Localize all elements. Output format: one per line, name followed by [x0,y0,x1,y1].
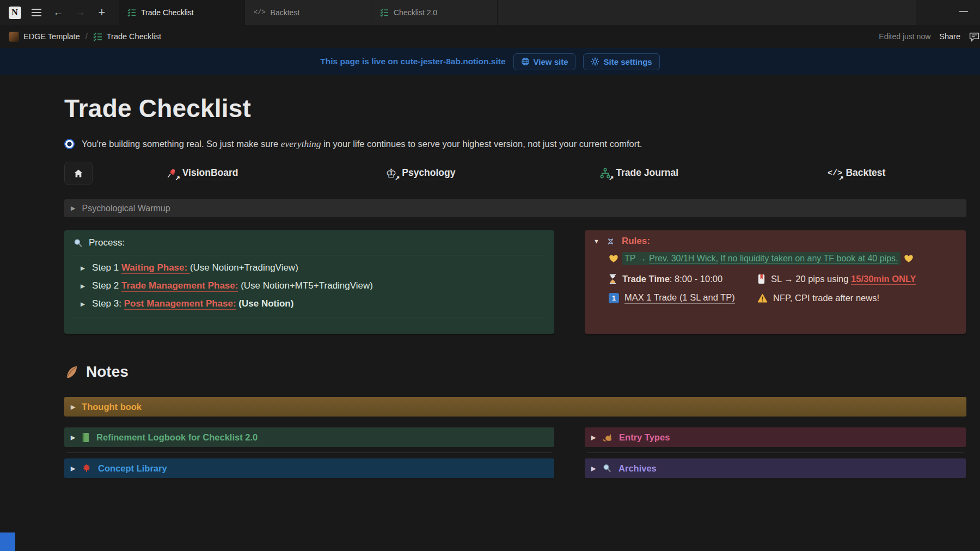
rule-sl: SL → 20 pips using 15/30min ONLY [757,274,957,284]
toggle-triangle-icon: ▶ [591,434,596,440]
sidebar-menu-button[interactable] [29,5,44,20]
live-banner-message: This page is live on cute-jester-8ab.not… [320,57,505,66]
nav-link-psychology[interactable]: ♔ ↗ Psychology [385,167,455,180]
quote-emphasis: everything [281,138,321,149]
tab-checklist-2-0[interactable]: Checklist 2.0 [371,0,498,25]
blocks-row: Process: ▶ Step 1 Waiting Phase: (Use No… [64,230,966,334]
toggle-thought-book[interactable]: ▶ Thought book [64,397,966,417]
toggle-label: Refinement Logbook for Checklist 2.0 [96,432,258,443]
rules-block: ▼ Rules: TP → Prev. 30/1H Wick, If no li… [585,230,966,334]
back-button[interactable]: ← [51,5,65,20]
yellow-heart-icon [609,254,618,263]
checklist-icon [93,32,102,41]
toggle-label: Entry Types [619,432,670,443]
magnifier-icon [73,238,83,248]
dna-icon [605,236,616,247]
step-link[interactable]: Waiting Phase: [121,262,190,274]
page-link-arrow-icon: ↗ [175,175,180,182]
rule-text: Trade Time: 8:00 - 10:00 [622,274,722,284]
process-header: Process: [73,237,546,248]
checklist-icon [127,8,136,17]
workspace-template-icon [9,32,19,42]
breadcrumb-separator: / [85,32,88,41]
right-column: ▶ Entry Types ▶ Archives [585,427,966,478]
divider [587,452,964,453]
rules-header[interactable]: ▼ Rules: [593,236,957,247]
nav-link-backtest[interactable]: </> ↗ Backtest [829,167,885,180]
step-link[interactable]: Post Management Phase: [124,298,236,310]
rule-max-trade: 1 MAX 1 Trade (1 SL and TP) [609,292,757,304]
hamburger-icon [32,9,41,16]
toggle-concept-library[interactable]: ▶ Concept Library [64,458,554,478]
toggle-refinement-logbook[interactable]: ▶ Refinement Logbook for Checklist 2.0 [64,427,554,447]
tab-label: Trade Checklist [141,8,194,17]
divider [66,452,552,453]
step-link[interactable]: Trade Management Phase: [121,280,238,292]
sl-link[interactable]: 15/30min ONLY [851,274,916,285]
toggle-entry-types[interactable]: ▶ Entry Types [585,427,966,447]
tp-rule-line: TP → Prev. 30/1H Wick, If no liquidity t… [609,252,957,265]
view-site-button[interactable]: View site [513,53,576,70]
comments-icon[interactable] [969,32,979,42]
globe-icon [521,57,530,66]
toggle-triangle-icon: ▶ [81,283,85,289]
forward-arrow-icon: → [75,7,85,19]
toggle-step-2[interactable]: ▶ Step 2 Trade Management Phase: (Use No… [81,280,546,291]
tab-bar: N ← → + Trade Checklist </> Backtest Che… [0,0,980,25]
code-icon: </> ↗ [829,168,841,180]
nav-link-label: VisionBoard [182,167,238,180]
quote-callout: You're building something real. So just … [64,138,966,150]
tab-trade-checklist[interactable]: Trade Checklist [119,0,245,25]
tp-link-1[interactable]: Prev. 30/1H Wick, [649,254,718,264]
feather-icon [64,365,79,379]
process-block: Process: ▶ Step 1 Waiting Phase: (Use No… [64,230,554,334]
notion-logo[interactable]: N [8,5,22,20]
nav-cell: ♔ ↗ Psychology [311,167,529,180]
rule-text: SL → 20 pips using 15/30min ONLY [771,274,916,284]
bottom-left-taskbar-fragment [0,532,15,551]
window-controls: N ← → + [0,0,119,25]
view-site-label: View site [534,57,568,66]
divider [74,317,544,317]
nav-link-visionboard[interactable]: ↗ VisionBoard [166,167,238,180]
home-button[interactable] [64,162,93,185]
forward-button[interactable]: → [73,5,87,20]
share-button[interactable]: Share [939,32,960,41]
site-settings-button[interactable]: Site settings [583,53,659,70]
warning-icon [757,293,768,303]
rule-trade-time: Trade Time: 8:00 - 10:00 [609,274,757,284]
tab-backtest[interactable]: </> Backtest [245,0,371,25]
toggle-label: Thought book [82,402,142,412]
squirrel-icon [602,432,612,443]
nav-link-trade-journal[interactable]: ↗ Trade Journal [599,167,678,180]
toggle-archives[interactable]: ▶ Archives [585,458,966,478]
new-tab-button[interactable]: + [95,5,109,20]
rules-grid: Trade Time: 8:00 - 10:00 SL → 20 pips us… [609,274,957,304]
breadcrumb-bar: EDGE Template / Trade Checklist Edited j… [0,25,980,48]
page-link-arrow-icon: ↗ [838,175,843,182]
home-icon [73,168,84,179]
toggle-triangle-down-icon: ▼ [593,238,599,244]
toggle-step-1[interactable]: ▶ Step 1 Waiting Phase: (Use Notion+Trad… [81,262,546,273]
toggle-psychological-warmup[interactable]: ▶ Psychological Warmup [64,199,966,217]
toggle-step-3[interactable]: ▶ Step 3: Post Management Phase: (Use No… [81,298,546,309]
breadcrumb: EDGE Template / Trade Checklist [9,32,161,42]
breadcrumb-page[interactable]: Trade Checklist [107,32,161,41]
magnifier-icon [602,463,612,473]
tab-strip-empty-area [498,0,916,25]
window-minimize-button[interactable] [959,11,968,12]
page-content: Trade Checklist You're building somethin… [0,94,966,478]
tp-rule-text: TP → Prev. 30/1H Wick, If no liquidity t… [622,252,901,265]
topbar-actions: Edited just now Share [879,32,975,42]
plus-icon: + [99,5,106,20]
tab-label: Checklist 2.0 [394,8,437,17]
breadcrumb-workspace[interactable]: EDGE Template [23,32,80,41]
toggle-label: Psychological Warmup [82,204,170,213]
edited-status: Edited just now [879,32,930,41]
page-link-arrow-icon: ↗ [609,175,614,182]
max-trade-link[interactable]: MAX 1 Trade (1 SL and TP) [624,292,735,304]
process-title: Process: [89,237,125,248]
tp-link-2[interactable]: If no liquidity taken on any TF book at … [720,254,898,264]
toggle-label: Concept Library [98,463,167,474]
yellow-heart-icon [904,254,914,263]
